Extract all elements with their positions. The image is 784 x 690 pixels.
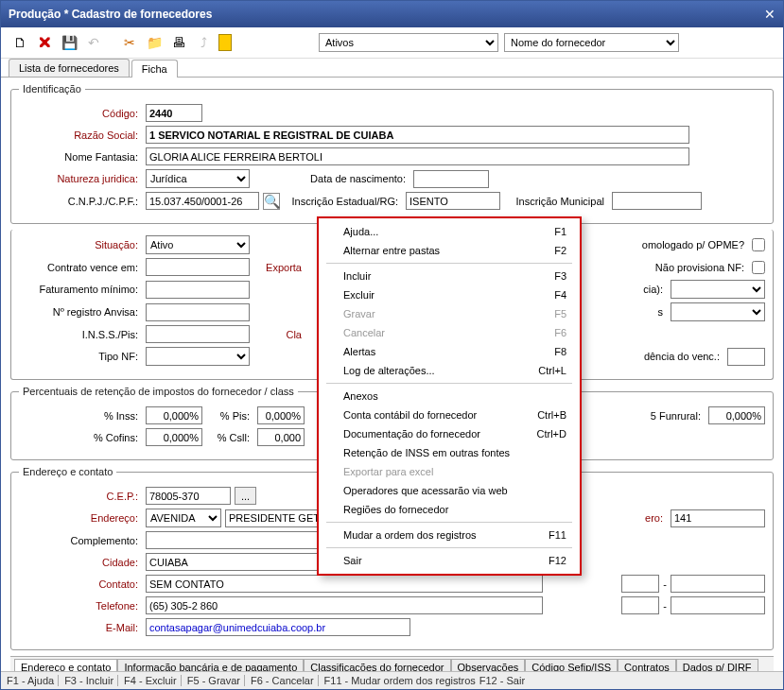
situacao-select[interactable]: Ativo [146, 235, 250, 254]
fatmin-input[interactable] [146, 281, 250, 299]
compl-label: Complemento: [19, 535, 142, 546]
menu-item-incluir[interactable]: IncluirF3 [321, 267, 578, 285]
search-cnpj-icon[interactable]: 🔍 [263, 193, 280, 210]
menu-item-operadores-que-acessar-o-via-web[interactable]: Operadores que acessarão via web [321, 481, 578, 500]
dash-2: - [663, 600, 667, 612]
menu-item-log-de-altera-es[interactable]: Log de alterações...Ctrl+L [321, 361, 578, 380]
menu-item-conta-cont-bil-do-fornecedor[interactable]: Conta contábil do fornecedorCtrl+B [321, 405, 578, 424]
exit-icon[interactable] [218, 34, 232, 51]
incid-input[interactable] [727, 348, 765, 366]
tab-ficha[interactable]: Ficha [131, 60, 178, 78]
homolog-check[interactable] [752, 238, 765, 251]
menu-item-alternar-entre-pastas[interactable]: Alternar entre pastasF2 [321, 241, 578, 260]
s-select[interactable] [671, 302, 765, 321]
print-icon[interactable]: 🖶 [169, 33, 188, 52]
im-label: Inscrição Municipal [504, 196, 608, 207]
menu-item-sair[interactable]: SairF12 [321, 551, 578, 570]
contrato-input[interactable] [146, 258, 250, 276]
menu-item-excluir[interactable]: ExcluirF4 [321, 285, 578, 304]
undo-icon[interactable]: ↶ [84, 33, 103, 52]
status-f3: F3 - Incluir [58, 675, 113, 686]
folder-icon[interactable]: 📁 [145, 33, 164, 52]
natureza-label: Natureza juridica: [19, 173, 142, 184]
menu-item-label: Operadores que acessarão via web [343, 485, 508, 496]
context-menu[interactable]: Ajuda...F1Alternar entre pastasF2Incluir… [317, 216, 582, 576]
menu-item-label: Gravar [343, 308, 375, 319]
razao-input[interactable] [146, 126, 689, 144]
tipovia-select[interactable]: AVENIDA [146, 509, 221, 527]
menu-item-alertas[interactable]: AlertasF8 [321, 342, 578, 361]
tiponf-select[interactable] [146, 347, 250, 366]
dash-1: - [663, 578, 667, 590]
filter-status-combo[interactable]: Ativos [319, 33, 498, 52]
status-f1: F1 - Ajuda [7, 675, 54, 686]
menu-item-label: Excluir [343, 289, 375, 301]
menu-item-label: Retenção de INSS em outras fontes [343, 447, 510, 458]
cnpj-input[interactable] [146, 192, 259, 210]
cia-select[interactable] [671, 280, 765, 299]
pct-fun-input[interactable] [708, 406, 765, 424]
menu-item-label: Log de alterações... [343, 365, 435, 376]
compl-input[interactable] [146, 531, 335, 549]
menu-item-anexos[interactable]: Anexos [321, 387, 578, 405]
razao-label: Razão Social: [19, 129, 142, 141]
menu-item-shortcut: F5 [554, 308, 566, 319]
contato-input[interactable] [146, 575, 543, 593]
tel-aux2-input[interactable] [671, 596, 765, 614]
menu-separator [326, 383, 572, 384]
menu-item-mudar-a-ordem-dos-registros[interactable]: Mudar a ordem dos registrosF11 [321, 526, 578, 544]
menu-item-label: Alternar entre pastas [343, 245, 440, 256]
menu-item-cancelar: CancelarF6 [321, 323, 578, 342]
situacao-label: Situação: [19, 239, 142, 250]
pct-fun-label: 5 Funrural: [651, 410, 705, 422]
pct-csll-label: % Csll: [206, 432, 253, 443]
nasc-input[interactable] [413, 170, 489, 188]
anvisa-input[interactable] [146, 303, 250, 321]
inss-input[interactable] [146, 325, 250, 343]
fieldset-identificacao: Identificação Código: Razão Social: Nome… [10, 83, 774, 224]
menu-item-shortcut: Ctrl+L [538, 365, 566, 376]
im-input[interactable] [612, 192, 702, 210]
fatmin-label: Faturamento mínimo: [19, 284, 142, 295]
menu-item-reten-o-de-inss-em-outras-fontes[interactable]: Retenção de INSS em outras fontes [321, 443, 578, 462]
export-icon[interactable]: ⤴ [194, 33, 213, 52]
numero-input[interactable] [671, 509, 765, 527]
email-label: E-Mail: [19, 622, 142, 633]
pct-csll-input[interactable] [257, 428, 305, 446]
menu-item-label: Ajuda... [343, 226, 378, 237]
delete-icon[interactable]: 🗙 [35, 33, 54, 52]
tel-aux1-input[interactable] [621, 596, 659, 614]
telefone-input[interactable] [146, 596, 543, 614]
fantasia-input[interactable] [146, 147, 689, 165]
menu-item-ajuda[interactable]: Ajuda...F1 [321, 222, 578, 241]
cut-icon[interactable]: ✂ [120, 33, 139, 52]
contato-aux1-input[interactable] [621, 575, 659, 593]
menu-item-label: Alertas [343, 346, 375, 357]
menu-item-shortcut: F4 [554, 289, 566, 301]
codigo-input[interactable] [146, 104, 202, 122]
filter-sort-combo[interactable]: Nome do fornecedor [504, 33, 679, 52]
natureza-select[interactable]: Jurídica [146, 169, 250, 188]
cia-label: cia): [643, 284, 667, 295]
menu-item-documenta-o-do-fornecedor[interactable]: Documentação do fornecedorCtrl+D [321, 424, 578, 443]
contato-aux2-input[interactable] [671, 575, 765, 593]
numero-label: ero: [645, 512, 667, 524]
cep-lookup-button[interactable]: ... [235, 487, 256, 505]
tab-lista[interactable]: Lista de fornecedores [9, 59, 130, 77]
pct-inss-input[interactable] [146, 406, 202, 424]
telefone-label: Telefone: [19, 600, 142, 612]
ie-input[interactable] [406, 192, 500, 210]
menu-item-label: Incluir [343, 270, 371, 282]
new-icon[interactable]: 🗋 [10, 33, 29, 52]
pct-cofins-label: % Cofins: [19, 432, 142, 443]
pct-pis-input[interactable] [257, 406, 305, 424]
close-icon[interactable]: ✕ [764, 7, 775, 22]
menu-item-gravar: GravarF5 [321, 304, 578, 323]
naoprov-check[interactable] [752, 261, 765, 274]
menu-item-regi-es-do-fornecedor[interactable]: Regiões do fornecedor [321, 500, 578, 519]
email-input[interactable] [146, 618, 410, 636]
naoprov-label: Não provisiona NF: [655, 262, 748, 273]
save-icon[interactable]: 💾 [60, 33, 78, 52]
cep-input[interactable] [146, 487, 231, 505]
pct-cofins-input[interactable] [146, 428, 202, 446]
